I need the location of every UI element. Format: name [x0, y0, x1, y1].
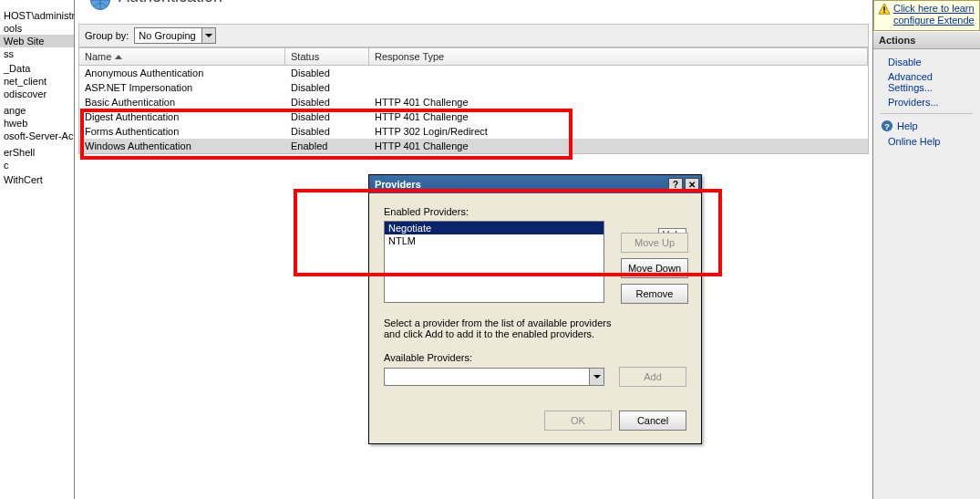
cell-response: HTTP 302 Login/Redirect — [369, 124, 868, 139]
table-row[interactable]: Basic AuthenticationDisabledHTTP 401 Cha… — [79, 95, 868, 109]
dialog-hint: Select a provider from the list of avail… — [384, 317, 612, 339]
providers-dialog: Providers ? ✕ Help Enabled Providers: Ne… — [368, 174, 702, 444]
header-status[interactable]: Status — [285, 48, 369, 65]
help-icon[interactable]: ? — [668, 178, 683, 191]
tree-item[interactable]: ss — [0, 47, 74, 60]
cell-name: Basic Authentication — [79, 95, 285, 109]
online-help-action[interactable]: Online Help — [881, 134, 973, 149]
help-action[interactable]: ? Help — [881, 118, 973, 134]
svg-rect-2 — [883, 12, 884, 13]
cell-response — [369, 80, 868, 95]
dialog-titlebar[interactable]: Providers ? ✕ — [369, 175, 701, 193]
cell-name: Windows Authentication — [79, 139, 285, 153]
groupby-select[interactable]: No Grouping — [134, 27, 216, 44]
cell-name: ASP.NET Impersonation — [79, 80, 285, 95]
actions-header: Actions — [873, 31, 980, 49]
cell-status: Disabled — [285, 124, 369, 139]
tree-item[interactable]: odiscover — [0, 88, 74, 100]
list-item[interactable]: NTLM — [385, 234, 603, 247]
cell-response: HTTP 401 Challenge — [369, 139, 868, 153]
help-label: Help — [897, 120, 918, 131]
move-up-button[interactable]: Move Up — [621, 233, 688, 253]
tree-item[interactable]: osoft-Server-Act — [0, 130, 74, 142]
alert-link[interactable]: Click here to learn configure Extende — [893, 3, 975, 26]
table-row[interactable]: Anonymous AuthenticationDisabled — [79, 66, 868, 80]
cell-response: HTTP 401 Challenge — [369, 95, 868, 109]
tree-item[interactable]: erShell — [0, 146, 74, 159]
chevron-down-icon[interactable] — [589, 369, 603, 385]
cell-response: HTTP 401 Challenge — [369, 109, 868, 124]
header-response[interactable]: Response Type — [369, 48, 868, 65]
cell-status: Disabled — [285, 66, 369, 80]
advanced-settings-action[interactable]: Advanced Settings... — [881, 69, 973, 95]
cell-name: Digest Authentication — [79, 109, 285, 124]
tree-item[interactable]: WithCert — [0, 173, 74, 186]
warning-icon — [878, 3, 891, 16]
tree-item[interactable]: HOST\administra — [0, 9, 74, 22]
list-item[interactable]: Negotiate — [385, 222, 603, 234]
tree-item[interactable]: ools — [0, 22, 74, 35]
svg-text:?: ? — [884, 121, 890, 131]
connections-tree[interactable]: HOST\administra ools Web Site ss _Data n… — [0, 0, 75, 499]
help-icon: ? — [881, 120, 893, 132]
cell-status: Disabled — [285, 109, 369, 124]
dialog-title: Providers — [375, 179, 666, 190]
tree-item[interactable]: _Data — [0, 62, 74, 75]
sort-asc-icon — [115, 55, 122, 59]
cancel-button[interactable]: Cancel — [619, 411, 686, 431]
cell-status: Disabled — [285, 95, 369, 109]
disable-action[interactable]: Disable — [881, 55, 973, 69]
tree-item[interactable]: hweb — [0, 117, 74, 130]
cell-response — [369, 66, 868, 80]
tree-item-selected[interactable]: Web Site — [0, 35, 74, 47]
table-row[interactable]: Digest AuthenticationDisabledHTTP 401 Ch… — [79, 109, 868, 124]
ok-button[interactable]: OK — [544, 411, 612, 431]
enabled-providers-list[interactable]: NegotiateNTLM — [384, 221, 604, 303]
table-row[interactable]: Forms AuthenticationDisabledHTTP 302 Log… — [79, 124, 868, 139]
enabled-providers-label: Enabled Providers: — [384, 206, 686, 217]
groupby-label: Group by: — [85, 30, 129, 41]
cell-status: Enabled — [285, 139, 369, 153]
available-providers-select[interactable] — [384, 368, 604, 386]
add-button[interactable]: Add — [619, 367, 686, 387]
header-name-text: Name — [85, 51, 111, 62]
chevron-down-icon[interactable] — [201, 27, 216, 44]
close-icon[interactable]: ✕ — [685, 178, 699, 191]
tree-item[interactable]: net_client — [0, 75, 74, 88]
auth-table: Name Status Response Type Anonymous Auth… — [78, 47, 869, 154]
cell-name: Anonymous Authentication — [79, 66, 285, 80]
separator — [881, 113, 973, 114]
actions-pane: Click here to learn configure Extende Ac… — [872, 0, 980, 499]
page-title: Authentication — [119, 0, 222, 6]
cell-status: Disabled — [285, 80, 369, 95]
tree-item[interactable]: c — [0, 159, 74, 172]
alert-box[interactable]: Click here to learn configure Extende — [873, 0, 980, 31]
globe-icon — [88, 0, 113, 13]
cell-name: Forms Authentication — [79, 124, 285, 139]
table-row[interactable]: ASP.NET ImpersonationDisabled — [79, 80, 868, 95]
header-name[interactable]: Name — [79, 48, 285, 65]
remove-button[interactable]: Remove — [621, 284, 688, 304]
move-down-button[interactable]: Move Down — [621, 258, 688, 278]
table-row[interactable]: Windows AuthenticationEnabledHTTP 401 Ch… — [79, 139, 868, 153]
svg-rect-1 — [883, 6, 884, 10]
available-providers-label: Available Providers: — [384, 352, 686, 363]
groupby-value: No Grouping — [139, 30, 195, 41]
table-header: Name Status Response Type — [79, 48, 868, 66]
tree-item[interactable]: ange — [0, 104, 74, 117]
center-pane: Authentication Group by: No Grouping Nam… — [75, 0, 872, 499]
providers-action[interactable]: Providers... — [881, 95, 973, 109]
groupby-bar: Group by: No Grouping — [78, 24, 869, 47]
